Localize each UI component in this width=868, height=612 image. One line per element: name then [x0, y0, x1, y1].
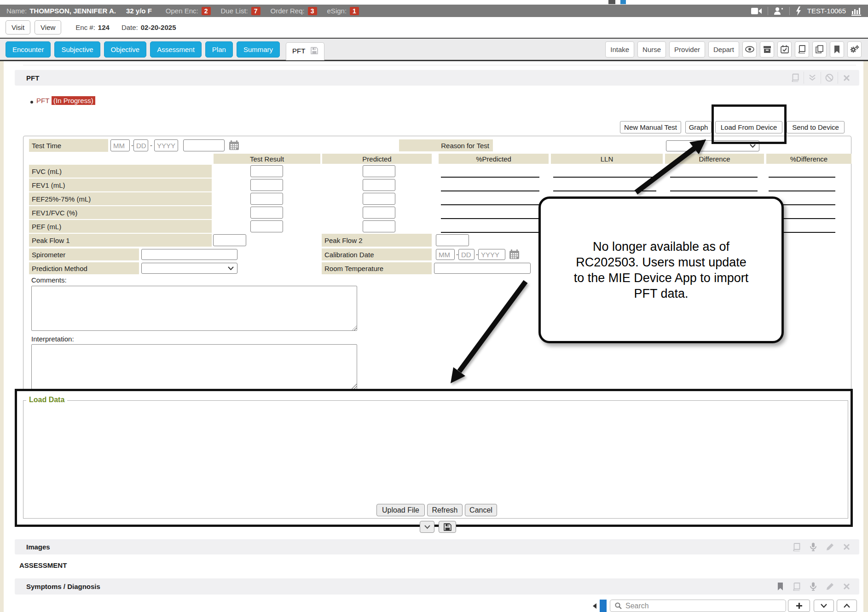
bookmark-icon-button[interactable]	[830, 41, 844, 58]
test-time-month-input[interactable]	[110, 139, 130, 151]
graph-button[interactable]: Graph	[685, 121, 712, 133]
fef-test-result-input[interactable]	[250, 193, 283, 205]
eye-icon-button[interactable]	[742, 41, 757, 58]
search-box[interactable]	[610, 600, 786, 612]
microphone-icon[interactable]	[805, 582, 822, 591]
row-label: PEF (mL)	[29, 220, 212, 233]
collapse-chevron-button[interactable]	[420, 521, 434, 533]
test-time-day-input[interactable]	[133, 139, 148, 151]
close-icon[interactable]	[838, 543, 855, 550]
calibration-month-input[interactable]	[436, 249, 455, 260]
gears-icon-button[interactable]	[847, 41, 862, 58]
refresh-button[interactable]: Refresh	[427, 504, 463, 516]
close-icon[interactable]	[838, 583, 855, 590]
tab-pft-active[interactable]: PFT	[286, 42, 324, 60]
date-value: 02-20-2025	[141, 23, 176, 31]
esign-badge[interactable]: 1	[350, 7, 359, 15]
nurse-button[interactable]: Nurse	[637, 41, 666, 58]
bookmark-icon[interactable]	[772, 583, 788, 590]
divider	[768, 7, 768, 15]
assessment-heading: ASSESSMENT	[19, 561, 67, 569]
ban-icon[interactable]	[821, 74, 838, 82]
pef-test-result-input[interactable]	[250, 220, 283, 232]
date-separator: -	[150, 141, 152, 149]
calibration-day-input[interactable]	[458, 249, 475, 260]
row-label: FEF25%-75% (mL)	[29, 192, 212, 205]
right-edge-strip[interactable]	[863, 61, 868, 612]
date-label: Date:	[122, 23, 138, 31]
fev1-fvc-predicted-input[interactable]	[363, 207, 395, 219]
tab-objective[interactable]: Objective	[104, 41, 147, 58]
fvc-test-result-input[interactable]	[250, 165, 283, 177]
provider-button[interactable]: Provider	[669, 41, 705, 58]
tab-subjective[interactable]: Subjective	[54, 41, 100, 58]
prediction-method-select[interactable]	[141, 263, 237, 274]
microphone-icon[interactable]	[805, 543, 822, 551]
chevron-down-button[interactable]	[814, 600, 834, 612]
table-row-fvc: FVC (mL)	[29, 165, 853, 178]
open-enc-badge[interactable]: 2	[202, 7, 211, 15]
peak-flow-1-input[interactable]	[213, 234, 246, 246]
book-icon[interactable]	[788, 583, 805, 591]
save-disk-button[interactable]	[439, 521, 456, 533]
calendar-check-icon-button[interactable]	[777, 41, 792, 58]
pef-predicted-input[interactable]	[363, 220, 395, 232]
copy-icon-button[interactable]	[812, 41, 827, 58]
archive-icon-button[interactable]	[760, 41, 774, 58]
save-disk-icon[interactable]	[311, 47, 318, 54]
calendar-icon[interactable]	[229, 140, 239, 150]
collapse-left-icon[interactable]	[592, 603, 597, 609]
tab-encounter[interactable]: Encounter	[6, 41, 51, 58]
prediction-method-label: Prediction Method	[29, 262, 139, 274]
spirometer-input[interactable]	[141, 249, 237, 260]
fev1-predicted-input[interactable]	[363, 179, 395, 191]
fev1-test-result-input[interactable]	[250, 179, 283, 191]
due-list-badge[interactable]: 7	[251, 7, 260, 15]
pencil-icon[interactable]	[822, 583, 838, 590]
cancel-button[interactable]: Cancel	[465, 504, 497, 516]
pft-list-item-link[interactable]: PFT	[36, 97, 49, 104]
order-req-badge[interactable]: 3	[308, 7, 317, 15]
peak-flow-2-label: Peak Flow 2	[322, 234, 432, 247]
new-manual-test-button[interactable]: New Manual Test	[620, 121, 681, 133]
fef-predicted-input[interactable]	[363, 193, 395, 205]
depart-button[interactable]: Depart	[708, 41, 739, 58]
enc-number-label: Enc #:	[75, 23, 95, 31]
view-button[interactable]: View	[35, 20, 61, 35]
list-bullet	[30, 101, 33, 104]
book-icon-button[interactable]	[795, 41, 809, 58]
book-icon[interactable]	[788, 543, 805, 551]
room-temperature-input[interactable]	[434, 263, 531, 274]
chevron-up-button[interactable]	[837, 600, 857, 612]
add-button[interactable]	[788, 600, 810, 612]
intake-button[interactable]: Intake	[605, 41, 634, 58]
comments-textarea[interactable]	[31, 286, 357, 331]
calendar-icon[interactable]	[509, 249, 520, 260]
search-input[interactable]	[625, 602, 764, 610]
interpretation-textarea[interactable]	[31, 344, 357, 389]
video-camera-icon[interactable]	[751, 7, 762, 15]
calibration-year-input[interactable]	[478, 249, 505, 260]
tab-assessment[interactable]: Assessment	[150, 41, 202, 58]
tab-plan[interactable]: Plan	[205, 41, 233, 58]
fvc-predicted-input[interactable]	[363, 165, 395, 177]
test-time-year-input[interactable]	[154, 139, 178, 151]
upload-file-button[interactable]: Upload File	[376, 504, 425, 516]
fev1-fvc-test-result-input[interactable]	[250, 207, 283, 219]
tab-summary[interactable]: Summary	[237, 41, 280, 58]
send-to-device-button[interactable]: Send to Device	[787, 121, 845, 133]
lightning-icon[interactable]	[795, 6, 802, 16]
book-icon[interactable]	[787, 74, 804, 82]
symptoms-title: Symptoms / Diagnosis	[26, 583, 100, 590]
visit-button[interactable]: Visit	[6, 20, 30, 35]
close-icon[interactable]	[838, 75, 855, 81]
add-user-icon[interactable]	[774, 7, 784, 15]
double-chevron-down-icon[interactable]	[804, 75, 821, 81]
resize-grip[interactable]	[352, 384, 357, 389]
bar-chart-icon[interactable]	[851, 6, 862, 16]
test-time-time-input[interactable]	[183, 139, 225, 151]
resize-grip[interactable]	[352, 325, 357, 330]
callout-line: to the MIE Device App to import	[574, 270, 749, 286]
pencil-icon[interactable]	[822, 543, 838, 551]
peak-flow-2-input[interactable]	[436, 234, 469, 246]
